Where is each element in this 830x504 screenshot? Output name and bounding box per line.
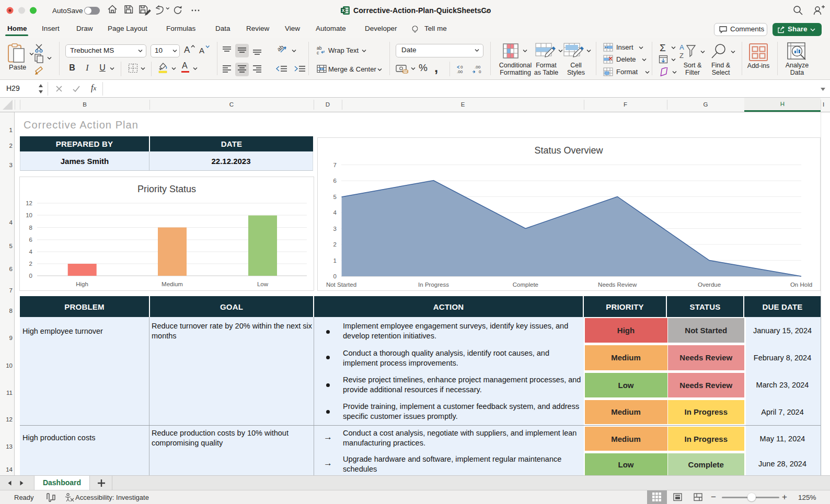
svg-text:4: 4	[333, 209, 337, 216]
svg-text:2: 2	[29, 261, 32, 267]
svg-text:Low: Low	[257, 281, 269, 287]
svg-text:Medium: Medium	[162, 281, 183, 287]
svg-text:1: 1	[333, 257, 337, 264]
svg-text:0: 0	[29, 273, 32, 279]
svg-text:High: High	[76, 281, 88, 287]
svg-text:Not Started: Not Started	[326, 282, 356, 288]
svg-text:In Progress: In Progress	[418, 282, 449, 288]
svg-text:Complete: Complete	[513, 282, 538, 288]
svg-text:10: 10	[26, 212, 32, 218]
svg-text:4: 4	[29, 249, 33, 255]
svg-text:Priority Status: Priority Status	[137, 184, 196, 194]
svg-text:On Hold: On Hold	[790, 282, 812, 288]
svg-text:Z: Z	[679, 52, 684, 60]
svg-text:A: A	[679, 43, 684, 51]
svg-text:Status Overview: Status Overview	[534, 145, 603, 156]
svg-text:5: 5	[333, 194, 337, 200]
svg-text:Overdue: Overdue	[698, 282, 721, 288]
svg-text:Needs Review: Needs Review	[598, 282, 637, 288]
svg-text:6: 6	[333, 178, 337, 184]
svg-text:2: 2	[333, 241, 337, 248]
svg-text:.00: .00	[475, 65, 481, 69]
svg-text:12: 12	[26, 200, 32, 206]
svg-text:6: 6	[29, 237, 32, 243]
svg-text:8: 8	[29, 225, 32, 231]
svg-text:7: 7	[333, 162, 337, 168]
svg-text:c: c	[317, 50, 319, 55]
svg-text:3: 3	[333, 226, 337, 232]
svg-text:X: X	[342, 8, 345, 13]
svg-text:0: 0	[333, 273, 337, 279]
svg-text:.00: .00	[457, 69, 463, 74]
svg-text:0: 0	[479, 69, 481, 74]
svg-text:0: 0	[460, 65, 463, 69]
